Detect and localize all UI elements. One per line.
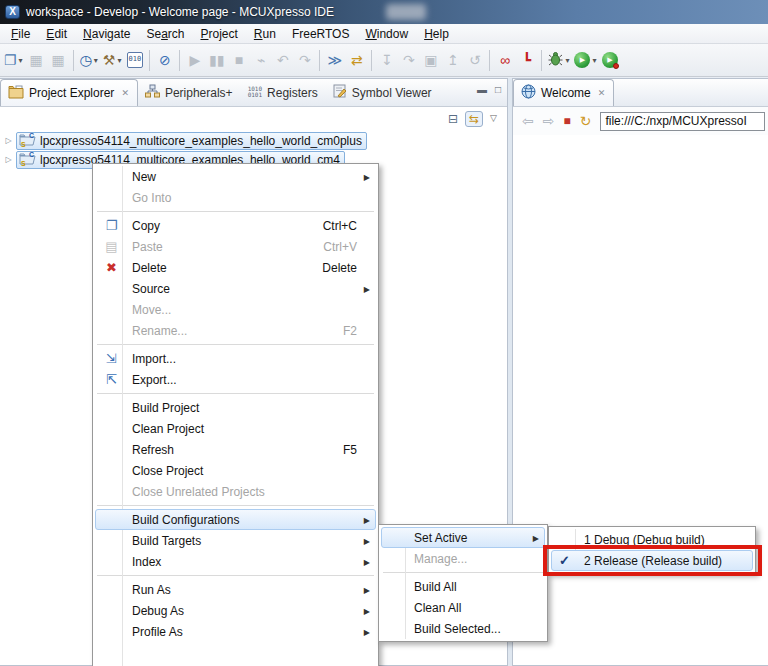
close-tab-icon[interactable]: ✕ xyxy=(121,88,129,98)
back-icon[interactable]: ⇦ xyxy=(522,114,534,128)
menu-item-index[interactable]: Index▶ xyxy=(95,551,376,572)
toolbar-separator xyxy=(149,50,150,71)
boot-flash-button[interactable]: ┗ xyxy=(516,48,537,72)
expander-icon[interactable]: ▷ xyxy=(3,155,14,164)
show-skipped-frames-icon: ≫ xyxy=(328,53,343,67)
menu-item-label: Build Configurations xyxy=(132,513,239,527)
menu-item-move: Move... xyxy=(95,299,376,320)
menu-item-label: Go Into xyxy=(132,191,171,205)
new-wizard-button[interactable]: ❐▾ xyxy=(2,48,25,72)
menu-item-2-release-release-build[interactable]: ✓2 Release (Release build) xyxy=(551,550,753,571)
menu-item-set-active[interactable]: Set Active▶ xyxy=(381,527,545,548)
submenu-arrow-icon: ▶ xyxy=(364,516,370,525)
menubar-item-navigate[interactable]: Navigate xyxy=(75,25,138,43)
binary-view-button[interactable]: 010 xyxy=(124,48,145,72)
menu-item-rename: Rename...F2 xyxy=(95,320,376,341)
menu-item-label: 1 Debug (Debug build) xyxy=(584,533,705,547)
tab-project-explorer[interactable]: Project Explorer✕ xyxy=(0,79,138,106)
skip-breakpoints-button[interactable]: ⊘ xyxy=(154,48,175,72)
show-skipped-frames-button[interactable]: ≫ xyxy=(324,48,345,72)
toggle-step-filters-button[interactable]: ⇄ xyxy=(346,48,367,72)
tab-label: Project Explorer xyxy=(29,86,114,100)
tab-symbol-viewer[interactable]: Symbol Viewer xyxy=(326,79,440,106)
menubar-item-file[interactable]: File xyxy=(3,25,38,43)
tab-label: Welcome xyxy=(541,86,591,100)
maximize-view-icon[interactable]: □ xyxy=(495,85,501,95)
menu-item-debug-as[interactable]: Debug As▶ xyxy=(95,600,376,621)
link-with-editor-icon[interactable]: ⇆ xyxy=(465,111,483,127)
menubar-item-freertos[interactable]: FreeRTOS xyxy=(284,25,358,43)
menubar-item-window[interactable]: Window xyxy=(357,25,416,43)
menu-item-new[interactable]: New▶ xyxy=(95,166,376,187)
menu-item-1-debug-debug-build[interactable]: 1 Debug (Debug build) xyxy=(551,529,753,550)
project-item[interactable]: CSlpcxpresso54114_multicore_examples_hel… xyxy=(16,132,367,150)
menu-separator xyxy=(383,572,543,573)
project-name: lpcxpresso54114_multicore_examples_hello… xyxy=(40,134,362,148)
url-input[interactable] xyxy=(600,112,765,131)
menu-item-build-selected[interactable]: Build Selected... xyxy=(381,618,545,639)
menu-item-delete[interactable]: ✖DeleteDelete xyxy=(95,257,376,278)
svg-text:S: S xyxy=(21,160,26,166)
debug-bug-button[interactable]: ▾ xyxy=(546,48,571,72)
menu-item-label: Move... xyxy=(132,303,171,317)
collapse-all-icon[interactable]: ⊟ xyxy=(448,113,458,125)
profile-button[interactable]: ▶ xyxy=(599,48,620,72)
link-with-debug-button[interactable]: ∞ xyxy=(494,48,515,72)
drop-to-frame-button: ▣ xyxy=(420,48,441,72)
close-tab-icon[interactable]: ✕ xyxy=(598,88,606,98)
refresh-icon[interactable]: ↻ xyxy=(580,114,592,128)
submenu-arrow-icon: ▶ xyxy=(364,285,370,294)
menubar-item-help[interactable]: Help xyxy=(416,25,457,43)
menubar-item-run[interactable]: Run xyxy=(246,25,284,43)
stop-icon[interactable]: ■ xyxy=(563,115,570,127)
instruction-stepping-button: ↥ xyxy=(442,48,463,72)
menu-item-build-all[interactable]: Build All xyxy=(381,576,545,597)
menu-item-label: Export... xyxy=(132,373,177,387)
menu-item-build-project[interactable]: Build Project xyxy=(95,397,376,418)
run-icon: ▶ xyxy=(574,52,590,68)
run-button[interactable]: ▶▾ xyxy=(572,48,598,72)
build-hammer-button[interactable]: ⚒▾ xyxy=(101,48,124,72)
menu-item-build-targets[interactable]: Build Targets▶ xyxy=(95,530,376,551)
menu-item-clean-project[interactable]: Clean Project xyxy=(95,418,376,439)
menubar-item-project[interactable]: Project xyxy=(192,25,245,43)
menu-item-label: Refresh xyxy=(132,443,174,457)
menu-item-label: Copy xyxy=(132,219,160,233)
menu-item-close-project[interactable]: Close Project xyxy=(95,460,376,481)
step-return-icon: ↶ xyxy=(277,53,289,67)
checkmark-icon: ✓ xyxy=(559,553,570,568)
menu-item-label: Import... xyxy=(132,352,176,366)
menu-item-copy[interactable]: ❐CopyCtrl+C xyxy=(95,215,376,236)
menubar-item-edit[interactable]: Edit xyxy=(38,25,75,43)
menu-bar: FileEditNavigateSearchProjectRunFreeRTOS… xyxy=(0,24,768,44)
menu-item-export[interactable]: ⇱Export... xyxy=(95,369,376,390)
dropdown-caret-icon: ▾ xyxy=(19,56,23,65)
menu-item-label: Profile As xyxy=(132,625,183,639)
menu-item-import[interactable]: ⇲Import... xyxy=(95,348,376,369)
binary-file-icon: 010 xyxy=(127,52,144,68)
tab-registers[interactable]: 10100101Registers xyxy=(241,79,326,106)
debug-probe-button[interactable]: ◷▾ xyxy=(78,48,100,72)
browser-nav-row: ⇦⇨■↻ xyxy=(513,107,768,135)
toolbar-separator xyxy=(371,50,372,71)
boot-flash-icon: ┗ xyxy=(523,53,531,67)
menu-item-build-configurations[interactable]: Build Configurations▶ xyxy=(95,509,376,530)
menu-item-clean-all[interactable]: Clean All xyxy=(381,597,545,618)
tab-welcome[interactable]: Welcome✕ xyxy=(513,79,614,106)
expander-icon[interactable]: ▷ xyxy=(3,136,14,145)
menu-item-profile-as[interactable]: Profile As▶ xyxy=(95,621,376,642)
menu-item-source[interactable]: Source▶ xyxy=(95,278,376,299)
c-project-icon: CS xyxy=(19,151,36,169)
menu-item-refresh[interactable]: RefreshF5 xyxy=(95,439,376,460)
menu-item-label: Paste xyxy=(132,240,163,254)
menu-item-label: Build Targets xyxy=(132,534,201,548)
right-tabs-row: Welcome✕ xyxy=(513,79,768,107)
tab-peripherals[interactable]: Peripherals+ xyxy=(138,79,241,106)
minimize-view-icon[interactable]: ▬ xyxy=(477,85,487,95)
menu-separator xyxy=(97,344,374,345)
menubar-item-search[interactable]: Search xyxy=(138,25,192,43)
tree-row[interactable]: ▷CSlpcxpresso54114_multicore_examples_he… xyxy=(3,131,507,150)
view-menu-icon[interactable]: ▽ xyxy=(490,114,497,123)
menu-item-run-as[interactable]: Run As▶ xyxy=(95,579,376,600)
forward-icon[interactable]: ⇨ xyxy=(543,114,555,128)
